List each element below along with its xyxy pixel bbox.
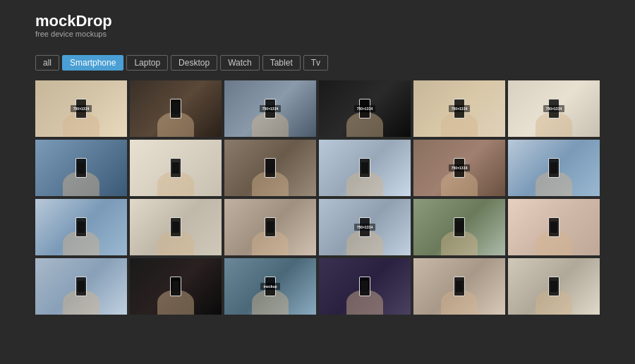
phone-shape <box>170 217 181 237</box>
screen-label: 750×1334 <box>354 105 375 112</box>
gallery-item[interactable]: 750×1334 <box>319 80 411 137</box>
phone-shape <box>454 277 465 296</box>
phone-shape <box>75 158 87 178</box>
filter-btn-all[interactable]: all <box>35 55 59 71</box>
screen-label: 750×1334 <box>543 105 564 112</box>
gallery-item[interactable]: 750×1334 <box>508 80 600 137</box>
phone-shape <box>548 277 560 296</box>
gallery-item[interactable]: 750×1334 <box>319 199 411 255</box>
phone-shape: 750×1334 <box>548 99 560 119</box>
gallery-item[interactable] <box>35 199 127 255</box>
gallery-item[interactable] <box>35 140 127 196</box>
phone-shape: mockup <box>265 277 276 296</box>
gallery-item[interactable] <box>508 140 600 196</box>
phone-shape <box>170 277 181 296</box>
filter-btn-watch[interactable]: Watch <box>220 55 260 71</box>
screen-label: 750×1334 <box>449 164 470 171</box>
phone-shape: 750×1334 <box>265 99 276 119</box>
phone-shape <box>548 217 560 237</box>
logo: mockDrop <box>35 13 600 30</box>
gallery-item[interactable] <box>508 258 600 315</box>
gallery-item[interactable] <box>413 199 505 255</box>
screen-label: 750×1334 <box>449 105 470 112</box>
filter-btn-laptop[interactable]: Laptop <box>126 55 168 71</box>
gallery-item[interactable]: mockup <box>224 258 316 315</box>
gallery-item[interactable] <box>224 199 316 255</box>
phone-shape: 750×1334 <box>454 99 465 119</box>
phone-shape <box>359 277 370 296</box>
phone-shape <box>548 158 560 178</box>
gallery-item[interactable] <box>508 199 600 255</box>
screen-label: mockup <box>260 283 279 290</box>
gallery: 750×1334750×1334750×1334750×1334750×1334… <box>0 80 635 329</box>
screen-label: 750×1334 <box>260 105 281 112</box>
gallery-item[interactable] <box>130 80 222 137</box>
phone-shape <box>75 277 87 296</box>
phone-shape <box>170 99 181 119</box>
gallery-item[interactable] <box>35 258 127 315</box>
gallery-item[interactable] <box>130 140 222 196</box>
phone-shape: 750×1334 <box>359 99 370 119</box>
filter-btn-tablet[interactable]: Tablet <box>262 55 301 71</box>
gallery-item[interactable]: 750×1334 <box>413 80 505 137</box>
gallery-item[interactable] <box>224 140 316 196</box>
gallery-item[interactable]: 750×1334 <box>413 140 505 196</box>
filter-bar: allSmartphoneLaptopDesktopWatchTabletTv <box>0 48 635 80</box>
gallery-item[interactable] <box>319 258 411 315</box>
phone-shape: 750×1334 <box>75 99 87 119</box>
gallery-item[interactable]: 750×1334 <box>224 80 316 137</box>
phone-shape <box>454 217 465 237</box>
filter-btn-smartphone[interactable]: Smartphone <box>62 55 123 71</box>
phone-shape <box>359 158 370 178</box>
phone-shape <box>75 217 87 237</box>
filter-btn-desktop[interactable]: Desktop <box>171 55 217 71</box>
phone-shape <box>170 158 181 178</box>
gallery-item[interactable] <box>130 199 222 255</box>
gallery-item[interactable] <box>319 140 411 196</box>
screen-label: 750×1334 <box>71 105 92 112</box>
screen-label: 750×1334 <box>354 224 375 231</box>
tagline: free device mockups <box>35 30 600 38</box>
header: mockDrop free device mockups <box>0 0 635 48</box>
gallery-item[interactable]: 750×1334 <box>35 80 127 137</box>
phone-shape <box>265 217 276 237</box>
phone-shape: 750×1334 <box>359 217 370 237</box>
filter-btn-tv[interactable]: Tv <box>303 55 328 71</box>
gallery-item[interactable] <box>130 258 222 315</box>
phone-shape: 750×1334 <box>454 158 465 178</box>
gallery-item[interactable] <box>413 258 505 315</box>
phone-shape <box>265 158 276 178</box>
